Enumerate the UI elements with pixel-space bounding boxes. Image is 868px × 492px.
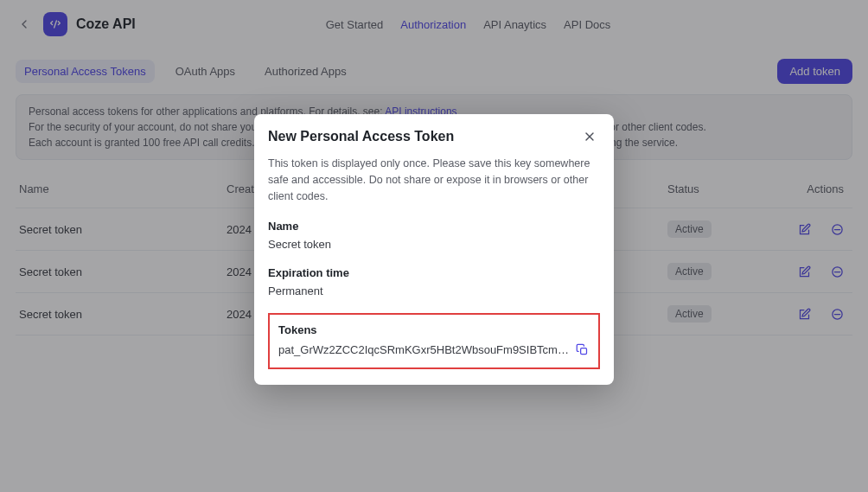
field-name-value: Secret token <box>268 238 600 251</box>
copy-icon[interactable] <box>574 342 590 357</box>
new-token-modal: New Personal Access Token This token is … <box>254 114 614 385</box>
token-value: pat_GrWz2ZCC2IqcSRmKGxr5HBt2WbsouFm9SIBT… <box>278 343 569 356</box>
field-name-label: Name <box>268 220 600 233</box>
modal-hint: This token is displayed only once. Pleas… <box>268 156 600 204</box>
modal-title: New Personal Access Token <box>268 129 579 144</box>
field-expire-label: Expiration time <box>268 266 600 279</box>
field-tokens-label: Tokens <box>278 323 590 336</box>
svg-rect-8 <box>580 348 586 354</box>
field-expire-value: Permanent <box>268 284 600 297</box>
token-highlight-box: Tokens pat_GrWz2ZCC2IqcSRmKGxr5HBt2Wbsou… <box>268 313 600 369</box>
close-icon[interactable] <box>579 126 600 147</box>
